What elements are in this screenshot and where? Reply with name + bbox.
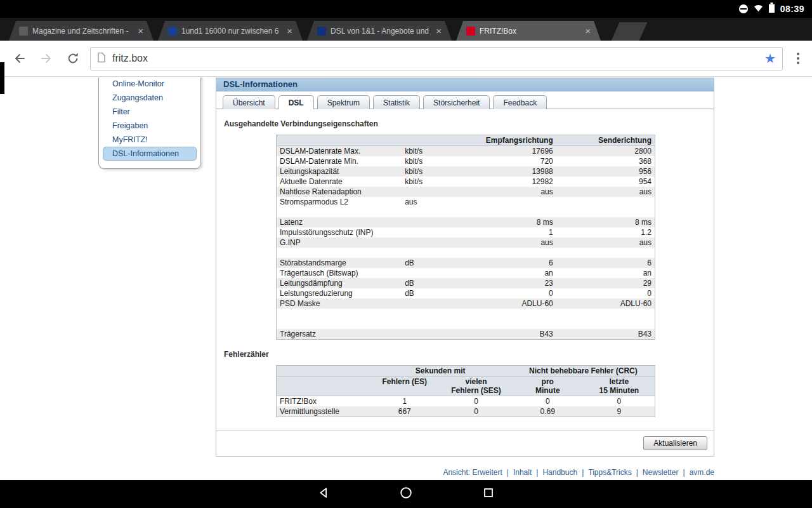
battery-icon xyxy=(769,3,775,15)
table-row: PSD MaskeADLU-60ADLU-60 xyxy=(277,298,655,309)
tab-dsl[interactable]: DSL xyxy=(278,95,314,109)
sidebar-item-online-monitor[interactable]: Online-Monitor xyxy=(103,77,197,91)
browser-tab[interactable]: Magazine und Zeitschriften -× xyxy=(9,21,154,41)
do-not-disturb-icon xyxy=(739,4,748,13)
clock: 08:39 xyxy=(780,4,804,14)
nav-home-icon[interactable] xyxy=(399,486,413,502)
footer-link-avm-de[interactable]: avm.de xyxy=(690,468,714,477)
row-value: 0 xyxy=(584,396,655,407)
browser-menu-icon[interactable] xyxy=(790,53,806,64)
row-unit: kbit/s xyxy=(402,146,457,157)
footer-link-inhalt[interactable]: Inhalt xyxy=(513,468,532,477)
footer-separator: | xyxy=(532,468,542,477)
row-value: 0 xyxy=(440,396,512,407)
row-label: Vermittlungsstelle xyxy=(277,406,369,417)
footer-separator: | xyxy=(577,468,588,477)
refresh-button[interactable]: Aktualisieren xyxy=(643,436,707,450)
scrollbar[interactable] xyxy=(0,62,4,94)
row-label: Latenz xyxy=(277,217,402,227)
footer-separator: | xyxy=(632,468,643,477)
back-icon[interactable] xyxy=(10,49,29,68)
forward-icon[interactable] xyxy=(37,49,56,68)
web-page: ÜbersichtInternetOnline-MonitorZugangsda… xyxy=(0,77,812,480)
footer-link-tipps-tricks[interactable]: Tipps&Tricks xyxy=(588,468,631,477)
tab-feedback[interactable]: Feedback xyxy=(493,95,547,109)
row-label: PSD Maske xyxy=(277,298,402,309)
sidebar-item-zugangsdaten[interactable]: Zugangsdaten xyxy=(103,91,197,105)
page-icon xyxy=(97,52,106,65)
tab-st-rsicherheit[interactable]: Störsicherheit xyxy=(423,95,490,109)
row-receive-value: 23 xyxy=(457,278,556,288)
nav-recents-icon[interactable] xyxy=(481,486,495,502)
browser-tab[interactable]: FRITZ!Box× xyxy=(456,21,601,41)
sidebar-item-myfritz-[interactable]: MyFRITZ! xyxy=(103,133,197,147)
column-header: Empfangsrichtung xyxy=(457,135,556,146)
tab-favicon-icon xyxy=(168,27,177,36)
row-label: Stromsparmodus L2 xyxy=(277,197,402,207)
bookmark-star-icon[interactable]: ★ xyxy=(764,52,776,65)
section-title-errors: Fehlerzähler xyxy=(224,350,714,359)
row-label: Aktuelle Datenrate xyxy=(277,177,402,187)
row-receive-value: ADLU-60 xyxy=(457,298,556,309)
tab-close-icon[interactable]: × xyxy=(138,26,143,36)
footer-link-handbuch[interactable]: Handbuch xyxy=(542,468,577,477)
tab-favicon-icon xyxy=(317,27,326,36)
connection-properties-table: EmpfangsrichtungSenderichtungDSLAM-Daten… xyxy=(276,135,655,340)
row-value: 0 xyxy=(440,406,512,417)
row-receive-value: aus xyxy=(457,237,556,248)
footer-link-newsletter[interactable]: Newsletter xyxy=(643,468,679,477)
dsl-tab-bar: ÜbersichtDSLSpektrumStatistikStörsicherh… xyxy=(216,91,714,109)
footer-link-ansicht-erweitert[interactable]: Ansicht: Erweitert xyxy=(443,468,502,477)
sidebar-item-dsl-informationen[interactable]: DSL-Informationen xyxy=(103,147,197,161)
tab--bersicht[interactable]: Übersicht xyxy=(223,95,275,109)
table-row: Latenz8 ms8 ms xyxy=(277,217,655,227)
row-receive-value: 0 xyxy=(457,288,556,298)
row-label: Nahtlose Ratenadaption xyxy=(277,187,402,197)
new-tab-button[interactable] xyxy=(612,22,648,41)
row-unit: dB xyxy=(402,288,457,298)
table-row: G.INPausaus xyxy=(277,237,655,248)
row-label: Impulsstörungsschutz (INP) xyxy=(277,227,402,237)
row-send-value: 0 xyxy=(556,288,655,298)
row-label: Trägersatz xyxy=(277,329,402,340)
android-nav-bar xyxy=(0,480,812,508)
url-bar[interactable]: fritz.box ★ xyxy=(90,47,783,70)
row-unit xyxy=(402,187,457,197)
tab-title: Magazine und Zeitschriften - xyxy=(32,27,133,36)
row-send-value: aus xyxy=(556,187,655,197)
row-send-value: 1.2 xyxy=(556,227,655,237)
row-receive-value: 720 xyxy=(457,156,556,166)
row-receive-value: 8 ms xyxy=(457,217,556,227)
row-unit xyxy=(402,298,457,309)
tab-close-icon[interactable]: × xyxy=(585,26,591,36)
reload-icon[interactable] xyxy=(63,49,82,68)
spacer-row xyxy=(277,319,655,329)
tab-statistik[interactable]: Statistik xyxy=(373,95,420,109)
row-send-value: 954 xyxy=(556,177,655,187)
content-box: ÜbersichtDSLSpektrumStatistikStörsicherh… xyxy=(216,91,714,457)
row-unit: kbit/s xyxy=(402,177,457,187)
row-send-value: 8 ms xyxy=(556,217,655,227)
tab-spektrum[interactable]: Spektrum xyxy=(317,95,370,109)
row-receive-value: aus xyxy=(457,187,556,197)
url-text[interactable]: fritz.box xyxy=(112,53,758,64)
tab-title: FRITZ!Box xyxy=(480,27,580,36)
nav-back-icon[interactable] xyxy=(317,486,331,502)
row-send-value: 6 xyxy=(556,258,655,268)
browser-tab[interactable]: DSL von 1&1 - Angebote und× xyxy=(307,21,452,41)
table-row: Stromsparmodus L2aus xyxy=(277,197,655,207)
row-value: 0.69 xyxy=(512,406,584,417)
error-table-group-header: Sekunden mitNicht behebbare Fehler (CRC) xyxy=(277,366,655,377)
row-label: G.INP xyxy=(277,237,402,248)
table-row: Nahtlose Ratenadaptionausaus xyxy=(277,187,655,197)
table-row: LeitungsdämpfungdB2329 xyxy=(277,278,655,288)
sidebar-item-filter[interactable]: Filter xyxy=(103,105,197,119)
sidebar-item-freigaben[interactable]: Freigaben xyxy=(103,119,197,133)
row-send-value: 2800 xyxy=(556,146,655,157)
row-label: Leistungsreduzierung xyxy=(277,288,402,298)
table-row: DSLAM-Datenrate Max.kbit/s176962800 xyxy=(277,146,655,157)
page-title: DSL-Informationen xyxy=(216,77,714,91)
tab-close-icon[interactable]: × xyxy=(287,26,292,36)
tab-close-icon[interactable]: × xyxy=(436,26,442,36)
browser-tab[interactable]: 1und1 16000 nur zwischen 6× xyxy=(158,21,303,41)
